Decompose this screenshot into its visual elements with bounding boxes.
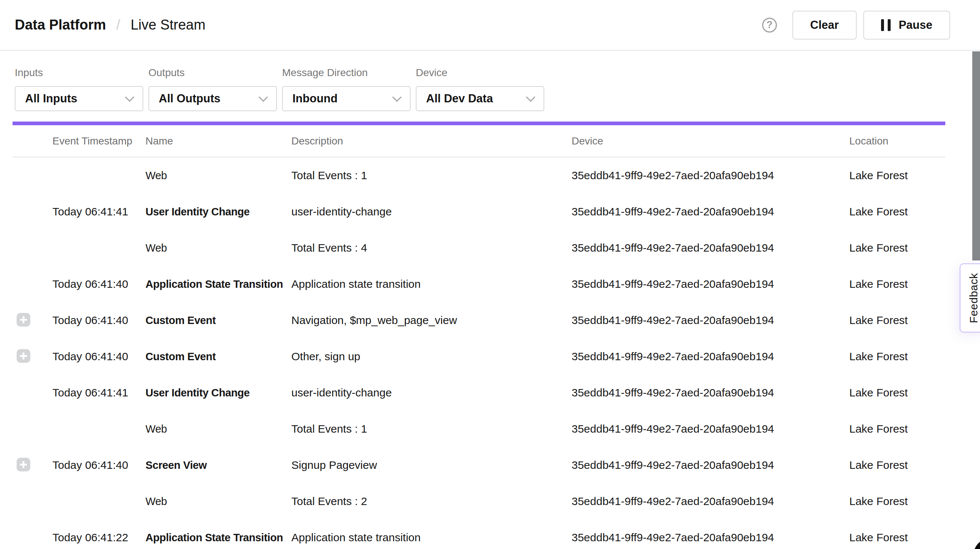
event-name-cell: User Identity Change — [145, 206, 291, 218]
device-dropdown-value: All Dev Data — [426, 92, 493, 105]
event-location-cell: Lake Forest — [849, 459, 945, 471]
event-timestamp-cell: Today 06:41:41 — [52, 386, 145, 399]
header-actions: ? Clear Pause — [762, 11, 950, 40]
table-body: Web Total Events : 1 35eddb41-9ff9-49e2-… — [13, 157, 945, 549]
vertical-scrollbar-thumb[interactable] — [972, 51, 980, 260]
event-table: Event Timestamp Name Description Device … — [13, 125, 945, 549]
clear-button[interactable]: Clear — [792, 11, 857, 40]
event-description-cell: Application state transition — [291, 531, 572, 544]
event-description-cell: Signup Pageview — [291, 459, 572, 471]
outputs-dropdown-value: All Outputs — [159, 92, 220, 105]
event-device-cell: 35eddb41-9ff9-49e2-7aed-20afa90eb194 — [572, 423, 849, 435]
event-location-cell: Lake Forest — [849, 531, 945, 544]
event-location-cell: Lake Forest — [849, 386, 945, 399]
breadcrumb-live-stream: Live Stream — [131, 17, 206, 33]
expand-cell — [13, 530, 52, 545]
event-location-cell: Lake Forest — [849, 350, 945, 363]
table-row[interactable]: Today 06:41:40 Screen View Signup Pagevi… — [13, 447, 945, 483]
table-row[interactable]: Today 06:41:40 Application State Transit… — [13, 266, 945, 302]
table-row[interactable]: Today 06:41:40 Custom Event Other, sign … — [13, 338, 945, 375]
expand-cell — [13, 494, 52, 509]
expand-row-button[interactable] — [17, 349, 30, 363]
chevron-down-icon — [125, 93, 134, 102]
page-header: Data Platform / Live Stream ? Clear Paus… — [0, 0, 980, 51]
stream-activity-bar — [13, 121, 945, 125]
event-description-cell: user-identity-change — [291, 386, 572, 399]
expand-cell — [13, 241, 52, 256]
filter-device-label: Device — [416, 67, 544, 79]
event-location-cell: Lake Forest — [849, 169, 945, 182]
table-row[interactable]: Web Total Events : 2 35eddb41-9ff9-49e2-… — [13, 483, 945, 519]
col-device: Device — [572, 135, 849, 147]
table-header-row: Event Timestamp Name Description Device … — [13, 125, 945, 157]
event-device-cell: 35eddb41-9ff9-49e2-7aed-20afa90eb194 — [572, 531, 849, 544]
col-event-timestamp: Event Timestamp — [52, 135, 145, 147]
table-row[interactable]: Today 06:41:40 Custom Event Navigation, … — [13, 302, 945, 338]
expand-row-button[interactable] — [17, 313, 30, 327]
col-name: Name — [145, 135, 291, 147]
filter-outputs-label: Outputs — [148, 67, 277, 79]
event-name-cell: Web — [145, 242, 291, 254]
inputs-dropdown[interactable]: All Inputs — [15, 86, 143, 111]
expand-row-button[interactable] — [17, 458, 30, 471]
event-description-cell: Application state transition — [291, 278, 572, 290]
table-row[interactable]: Web Total Events : 1 35eddb41-9ff9-49e2-… — [13, 411, 945, 447]
table-row[interactable]: Today 06:41:41 User Identity Change user… — [13, 193, 945, 230]
filter-outputs: Outputs All Outputs — [148, 67, 277, 111]
filter-device: Device All Dev Data — [416, 67, 544, 111]
inputs-dropdown-value: All Inputs — [25, 92, 77, 105]
expand-cell — [13, 313, 52, 328]
event-location-cell: Lake Forest — [849, 314, 945, 327]
outputs-dropdown[interactable]: All Outputs — [148, 86, 277, 111]
help-icon[interactable]: ? — [762, 18, 777, 32]
event-device-cell: 35eddb41-9ff9-49e2-7aed-20afa90eb194 — [572, 169, 849, 182]
filter-inputs-label: Inputs — [15, 67, 143, 79]
table-row[interactable]: Web Total Events : 4 35eddb41-9ff9-49e2-… — [13, 230, 945, 266]
event-name-cell: Web — [145, 169, 291, 182]
chat-bubble-button[interactable] — [974, 538, 980, 549]
device-dropdown[interactable]: All Dev Data — [416, 86, 544, 111]
filter-inputs: Inputs All Inputs — [15, 67, 143, 111]
chevron-down-icon — [392, 93, 401, 102]
event-location-cell: Lake Forest — [849, 242, 945, 254]
live-stream-page: Data Platform / Live Stream ? Clear Paus… — [0, 0, 980, 549]
event-timestamp-cell: Today 06:41:41 — [52, 206, 145, 218]
event-location-cell: Lake Forest — [849, 423, 945, 435]
event-name-cell: Custom Event — [145, 314, 291, 327]
event-name-cell: Application State Transition — [145, 278, 291, 290]
event-description-cell: Total Events : 4 — [291, 242, 572, 254]
event-description-cell: Total Events : 2 — [291, 495, 572, 508]
feedback-tab[interactable]: Feedback — [960, 263, 980, 332]
event-description-cell: Total Events : 1 — [291, 169, 572, 182]
filter-message-direction-label: Message Direction — [282, 67, 410, 79]
event-name-cell: Custom Event — [145, 351, 291, 363]
message-direction-dropdown-value: Inbound — [293, 92, 337, 105]
chevron-down-icon — [526, 93, 535, 102]
breadcrumb-data-platform[interactable]: Data Platform — [15, 17, 106, 33]
chevron-down-icon — [258, 93, 268, 102]
event-description-cell: Total Events : 1 — [291, 423, 572, 435]
event-device-cell: 35eddb41-9ff9-49e2-7aed-20afa90eb194 — [572, 350, 849, 363]
pause-icon — [881, 19, 891, 31]
pause-button[interactable]: Pause — [863, 11, 950, 40]
event-name-cell: Web — [145, 423, 291, 435]
event-device-cell: 35eddb41-9ff9-49e2-7aed-20afa90eb194 — [572, 278, 849, 290]
message-direction-dropdown[interactable]: Inbound — [282, 86, 410, 111]
event-timestamp-cell: Today 06:41:40 — [52, 278, 145, 290]
pause-button-label: Pause — [899, 19, 932, 32]
table-row[interactable]: Web Total Events : 1 35eddb41-9ff9-49e2-… — [13, 157, 945, 193]
event-device-cell: 35eddb41-9ff9-49e2-7aed-20afa90eb194 — [572, 206, 849, 218]
expand-cell — [13, 421, 52, 437]
event-location-cell: Lake Forest — [849, 495, 945, 508]
event-description-cell: user-identity-change — [291, 206, 572, 218]
table-row[interactable]: Today 06:41:41 User Identity Change user… — [13, 375, 945, 411]
event-device-cell: 35eddb41-9ff9-49e2-7aed-20afa90eb194 — [572, 495, 849, 508]
event-device-cell: 35eddb41-9ff9-49e2-7aed-20afa90eb194 — [572, 459, 849, 471]
filter-message-direction: Message Direction Inbound — [282, 67, 410, 111]
event-device-cell: 35eddb41-9ff9-49e2-7aed-20afa90eb194 — [572, 242, 849, 254]
event-name-cell: Screen View — [145, 459, 291, 471]
expand-cell — [13, 458, 52, 473]
table-row[interactable]: Today 06:41:22 Application State Transit… — [13, 519, 945, 549]
event-name-cell: User Identity Change — [145, 387, 291, 399]
event-location-cell: Lake Forest — [849, 206, 945, 218]
